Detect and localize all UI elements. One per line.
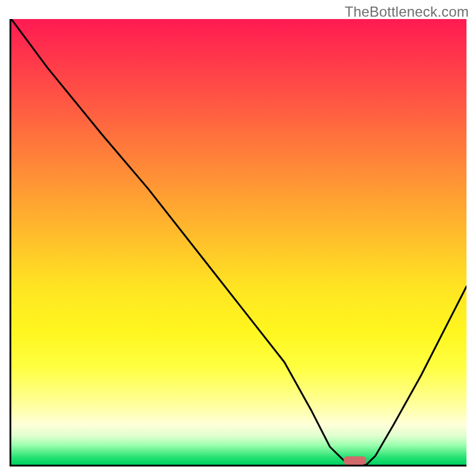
plot-area bbox=[10, 19, 466, 466]
watermark-text: TheBottleneck.com bbox=[345, 4, 469, 20]
gradient-background bbox=[11, 19, 466, 465]
bottleneck-chart: TheBottleneck.com bbox=[0, 0, 476, 476]
